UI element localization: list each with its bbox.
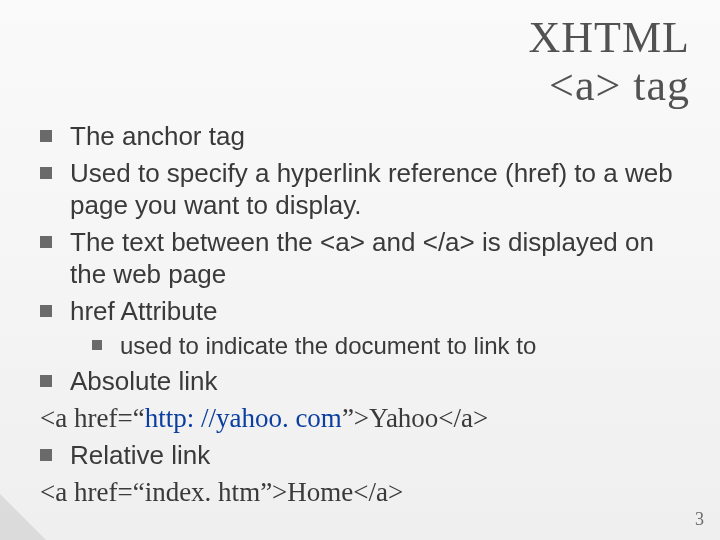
bullet-text: Absolute link <box>70 365 690 398</box>
bullet-icon <box>40 236 52 248</box>
sub-list-item: used to indicate the document to link to <box>40 331 690 361</box>
list-item: Absolute link <box>40 365 690 398</box>
list-item: The anchor tag <box>40 120 690 153</box>
code-post: ”>Yahoo</a> <box>342 403 488 433</box>
bullet-text: The text between the <a> and </a> is dis… <box>70 226 690 291</box>
title-line-2: <a> tag <box>529 62 690 110</box>
bullet-text: href Attribute <box>70 295 690 328</box>
bullet-icon <box>40 130 52 142</box>
bullet-icon <box>40 449 52 461</box>
bullet-text: Used to specify a hyperlink reference (h… <box>70 157 690 222</box>
slide-title: XHTML <a> tag <box>529 14 690 109</box>
list-item: The text between the <a> and </a> is dis… <box>40 226 690 291</box>
list-item: href Attribute <box>40 295 690 328</box>
code-pre: <a href=“ <box>40 403 145 433</box>
list-item: Used to specify a hyperlink reference (h… <box>40 157 690 222</box>
bullet-icon <box>92 340 102 350</box>
code-example-relative: <a href=“index. htm”>Home</a> <box>40 476 690 510</box>
bullet-icon <box>40 305 52 317</box>
corner-decoration <box>0 494 46 540</box>
bullet-icon <box>40 375 52 387</box>
slide-number: 3 <box>695 509 704 530</box>
code-example-absolute: <a href=“http: //yahoo. com”>Yahoo</a> <box>40 402 690 436</box>
bullet-icon <box>40 167 52 179</box>
code-url: http: //yahoo. com <box>145 403 342 433</box>
bullet-text: The anchor tag <box>70 120 690 153</box>
list-item: Relative link <box>40 439 690 472</box>
bullet-text: used to indicate the document to link to <box>120 331 690 361</box>
bullet-text: Relative link <box>70 439 690 472</box>
slide-body: The anchor tag Used to specify a hyperli… <box>40 120 690 514</box>
slide: XHTML <a> tag The anchor tag Used to spe… <box>0 0 720 540</box>
title-line-1: XHTML <box>529 14 690 62</box>
